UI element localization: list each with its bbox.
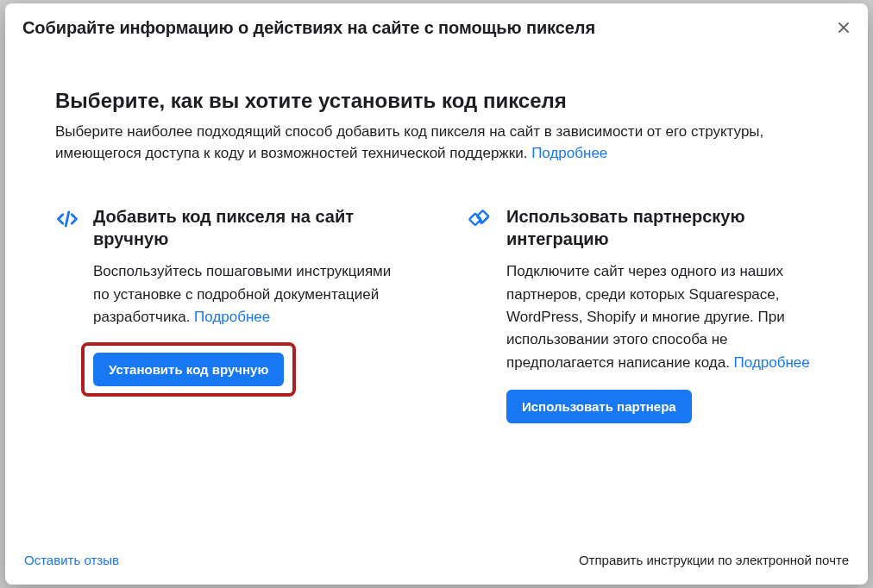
svg-line-2 — [66, 212, 69, 226]
section-subtext-text: Выберите наиболее подходящий способ доба… — [55, 123, 763, 161]
section-subtext: Выберите наиболее подходящий способ доба… — [55, 122, 818, 164]
section-heading: Выберите, как вы хотите установить код п… — [55, 89, 818, 113]
modal-body: Выберите, как вы хотите установить код п… — [5, 50, 868, 537]
pixel-setup-modal: Собирайте информацию о действиях на сайт… — [5, 3, 868, 585]
learn-more-link[interactable]: Подробнее — [531, 145, 607, 161]
modal-header: Собирайте информацию о действиях на сайт… — [5, 3, 868, 50]
option-partner-content: Использовать партнерскую интеграцию Подк… — [506, 205, 818, 423]
options-row: Добавить код пикселя на сайт вручную Вос… — [55, 205, 818, 423]
feedback-link[interactable]: Оставить отзыв — [24, 553, 119, 567]
option-manual-title: Добавить код пикселя на сайт вручную — [93, 205, 405, 250]
send-email-link[interactable]: Отправить инструкции по электронной почт… — [579, 553, 849, 567]
modal-footer: Оставить отзыв Отправить инструкции по э… — [5, 537, 868, 585]
use-partner-button[interactable]: Использовать партнера — [506, 390, 692, 423]
code-icon — [55, 207, 81, 233]
manual-learn-more-link[interactable]: Подробнее — [194, 309, 270, 325]
option-manual: Добавить код пикселя на сайт вручную Вос… — [55, 205, 405, 423]
option-manual-desc: Воспользуйтесь пошаговыми инструкциями п… — [93, 260, 405, 328]
handshake-icon — [468, 207, 494, 233]
option-partner-desc: Подключите сайт через одного из наших па… — [506, 260, 818, 374]
modal-title: Собирайте информацию о действиях на сайт… — [22, 18, 595, 38]
option-manual-content: Добавить код пикселя на сайт вручную Вос… — [93, 205, 405, 423]
option-partner: Использовать партнерскую интеграцию Подк… — [468, 205, 818, 423]
install-manual-button[interactable]: Установить код вручную — [93, 353, 284, 386]
partner-learn-more-link[interactable]: Подробнее — [734, 354, 810, 371]
close-icon[interactable] — [833, 17, 854, 38]
option-partner-title: Использовать партнерскую интеграцию — [506, 205, 818, 250]
highlight-frame: Установить код вручную — [81, 342, 296, 397]
